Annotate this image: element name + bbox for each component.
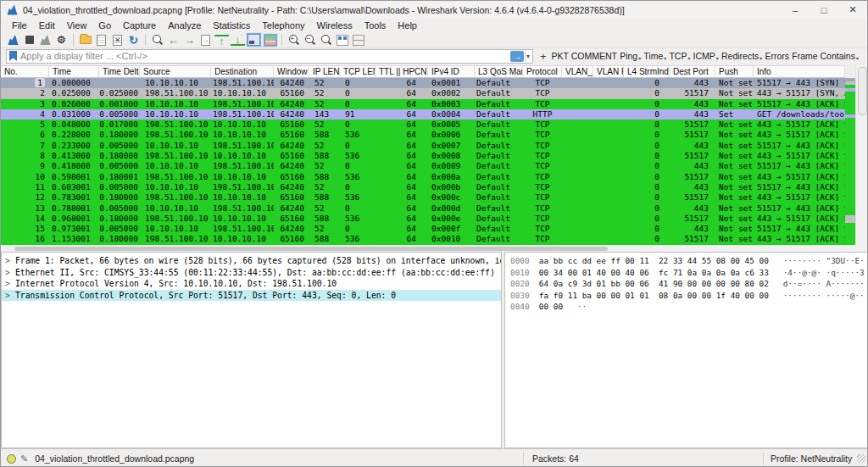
column-header-no[interactable]: No. xyxy=(1,66,49,77)
cell-push[interactable]: Not set xyxy=(715,214,754,224)
cell-source[interactable]: 10.10.10.10 xyxy=(140,99,211,109)
cell-time[interactable]: 0.973001 xyxy=(49,224,99,234)
cell-info[interactable]: 51517 → 443 [SYN] Seq xyxy=(754,78,845,88)
packet-list-horizontal-scrollbar[interactable] xyxy=(1,245,868,252)
cell-ip-len[interactable]: 52 xyxy=(309,78,340,88)
cell-protocol[interactable]: TCP xyxy=(523,99,562,109)
expand-chevron-icon[interactable]: > xyxy=(5,255,10,267)
cell-ttl[interactable]: 64 xyxy=(376,99,428,109)
cell-source[interactable]: 10.10.10.10 xyxy=(140,224,211,234)
cell-source[interactable]: 10.10.10.10 xyxy=(140,161,211,171)
detail-tree-row[interactable]: >Ethernet II, Src: CIMSYS_33:44:55 (00:1… xyxy=(2,267,501,279)
cell-time-delta[interactable]: 0.005000 xyxy=(99,203,140,214)
cell-ipv4-id[interactable]: 0x000c xyxy=(428,192,475,203)
status-profile[interactable]: Profile: NetNeutrality xyxy=(764,453,857,464)
reset-layout-icon[interactable] xyxy=(351,33,365,47)
cell-dest-port[interactable]: 443 xyxy=(670,224,715,234)
cell-time[interactable]: 0.598001 xyxy=(49,172,99,182)
cell-no[interactable]: 9 xyxy=(1,161,49,171)
filter-bookmark-icon[interactable] xyxy=(9,51,17,61)
packet-row[interactable]: 10.00000010.10.10.10198.51.100.106424052… xyxy=(1,78,845,88)
cell-destination[interactable]: 10.10.10.10 xyxy=(211,172,274,182)
column-header-dest-port[interactable]: Dest Port xyxy=(670,66,715,77)
cell-no[interactable]: 10 xyxy=(1,172,49,182)
cell-push[interactable]: Not set xyxy=(715,172,754,182)
cell-protocol[interactable]: TCP xyxy=(523,192,562,203)
cell-dest-port[interactable]: 443 xyxy=(670,203,715,214)
cell-time-delta[interactable]: 0.180001 xyxy=(99,172,140,182)
packet-list-vertical-scrollbar[interactable] xyxy=(855,65,868,252)
cell-push[interactable]: Not set xyxy=(715,224,754,234)
cell-ttl[interactable]: 64 xyxy=(376,234,428,244)
zoom-in-icon[interactable]: + xyxy=(287,33,301,47)
cell-ip-len[interactable]: 588 xyxy=(309,172,340,182)
cell-qos[interactable]: Default xyxy=(475,120,523,130)
cell-push[interactable]: Not set xyxy=(715,141,754,151)
cell-push[interactable]: Not set xyxy=(715,234,754,244)
minimize-button[interactable]: – xyxy=(781,1,810,19)
cell-qos[interactable]: Default xyxy=(475,78,523,88)
menu-edit[interactable]: Edit xyxy=(33,20,61,31)
cell-destination[interactable]: 198.51.100.10 xyxy=(211,99,274,109)
capture-restart-icon[interactable] xyxy=(38,33,53,47)
cell-ipv4-id[interactable]: 0x000d xyxy=(428,203,475,214)
cell-time-delta[interactable]: 0.180000 xyxy=(99,130,140,140)
cell-qos[interactable]: Default xyxy=(475,172,523,182)
goto-packet-icon[interactable]: → xyxy=(198,33,213,47)
cell-no[interactable]: 7 xyxy=(1,141,49,151)
cell-tcp-len[interactable]: 0 xyxy=(340,224,376,234)
cell-source[interactable]: 198.51.100.10 xyxy=(140,214,211,224)
cell-no[interactable]: 11 xyxy=(1,182,49,192)
packet-row[interactable]: 70.2330000.00500010.10.10.10198.51.100.1… xyxy=(1,141,845,151)
cell-source[interactable]: 198.51.100.10 xyxy=(140,192,211,203)
column-header-time[interactable]: Time xyxy=(49,66,99,77)
expert-info-icon[interactable] xyxy=(7,454,16,464)
cell-push[interactable]: Not set xyxy=(715,161,754,171)
cell-protocol[interactable]: TCP xyxy=(523,172,562,182)
cell-window[interactable]: 65160 xyxy=(274,88,309,98)
cell-ipv4-id[interactable]: 0x0001 xyxy=(428,78,475,88)
column-header-push[interactable]: Push xyxy=(715,66,754,77)
column-header-ip-len[interactable]: IP LEN xyxy=(309,66,340,77)
cell-tcp-len[interactable]: 0 xyxy=(340,203,376,214)
filter-shortcut-tcp[interactable]: TCP▾ xyxy=(669,51,690,61)
cell-window[interactable]: 64240 xyxy=(274,109,309,120)
packet-row[interactable]: 140.9680010.180000198.51.100.1010.10.10.… xyxy=(1,214,845,224)
hex-dump-row[interactable]: 0040 00 00 ·· xyxy=(510,301,868,313)
filter-dropdown-caret[interactable]: ▾ xyxy=(525,51,532,62)
packet-row[interactable]: 150.9730010.00500010.10.10.10198.51.100.… xyxy=(1,224,845,234)
cell-dest-port[interactable]: 51517 xyxy=(670,130,715,140)
resize-grip[interactable] xyxy=(857,454,865,463)
cell-push[interactable]: Not set xyxy=(715,99,754,109)
packet-row[interactable]: 100.5980010.180001198.51.100.1010.10.10.… xyxy=(1,172,845,182)
cell-ttl[interactable]: 64 xyxy=(376,182,428,192)
menu-telephony[interactable]: Telephony xyxy=(256,20,310,31)
detail-tree-row[interactable]: >Frame 1: Packet, 66 bytes on wire (528 … xyxy=(2,255,501,267)
cell-source[interactable]: 198.51.100.10 xyxy=(140,88,211,98)
cell-dest-port[interactable]: 51517 xyxy=(670,234,715,244)
zoom-100-icon[interactable] xyxy=(319,33,333,47)
open-file-icon[interactable] xyxy=(78,33,92,47)
filter-shortcut-ping[interactable]: Ping▾ xyxy=(620,51,641,61)
cell-ttl[interactable]: 64 xyxy=(376,88,428,98)
cell-protocol[interactable]: TCP xyxy=(523,161,562,171)
cell-info[interactable]: 443 → 51517 [ACK] Seq xyxy=(754,151,845,161)
capture-comment-icon[interactable]: ✎ xyxy=(20,453,28,464)
cell-time[interactable]: 1.153001 xyxy=(49,234,99,244)
packet-row[interactable]: 110.6030010.00500010.10.10.10198.51.100.… xyxy=(1,182,845,192)
cell-no[interactable]: 1 xyxy=(1,78,49,88)
expand-chevron-icon[interactable]: > xyxy=(5,290,10,302)
packet-row[interactable]: 130.7880010.00500010.10.10.10198.51.100.… xyxy=(1,203,845,214)
cell-window[interactable]: 64240 xyxy=(274,161,309,171)
filter-shortcut-icmp[interactable]: ICMP▾ xyxy=(693,51,719,61)
cell-time-delta[interactable]: 0.005000 xyxy=(99,182,140,192)
cell-dest-port[interactable]: 443 xyxy=(670,141,715,151)
cell-window[interactable]: 64240 xyxy=(274,78,309,88)
cell-qos[interactable]: Default xyxy=(475,224,523,234)
detail-tree-row[interactable]: >Transmission Control Protocol, Src Port… xyxy=(2,290,501,302)
column-header-info[interactable]: Info xyxy=(754,66,845,77)
cell-push[interactable]: Not set xyxy=(715,120,754,130)
cell-strm-indx[interactable]: 0 xyxy=(624,224,670,234)
first-packet-icon[interactable]: ↑ xyxy=(214,35,229,46)
cell-ip-len[interactable]: 588 xyxy=(309,192,340,203)
